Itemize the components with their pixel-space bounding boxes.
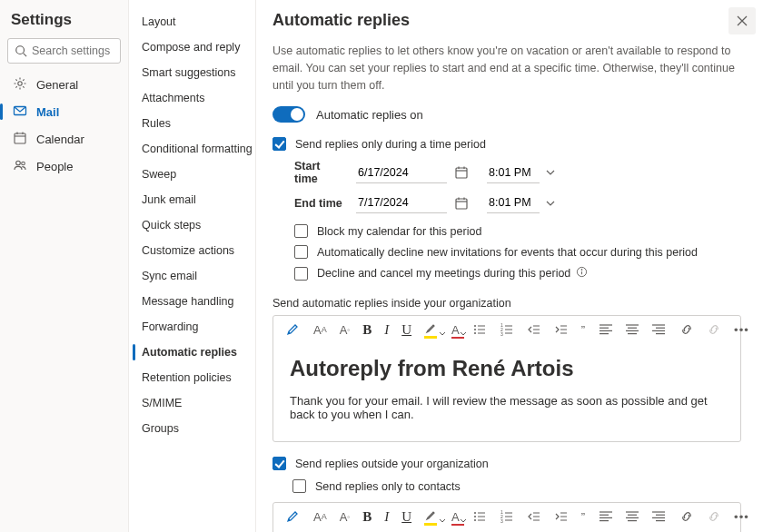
chevron-down-icon[interactable] <box>545 198 556 209</box>
section-item-compose-and-reply[interactable]: Compose and reply <box>133 34 252 60</box>
italic-icon[interactable]: I <box>384 321 389 338</box>
section-item-customize-actions[interactable]: Customize actions <box>133 238 252 263</box>
align-left-icon[interactable] <box>598 508 612 525</box>
indent-icon[interactable] <box>554 321 569 338</box>
people-icon <box>13 158 36 175</box>
highlight-color-icon[interactable] <box>424 508 439 525</box>
section-item-conditional-formatting[interactable]: Conditional formatting <box>133 136 252 162</box>
svg-line-1 <box>24 54 27 57</box>
sub-option-checkbox-0[interactable] <box>294 224 308 238</box>
section-item-forwarding[interactable]: Forwarding <box>133 314 252 340</box>
unlink-icon[interactable] <box>707 321 721 338</box>
font-size-icon[interactable]: A◦ <box>340 321 351 338</box>
editor-toolbar: AAA◦BIUA123”••• <box>273 316 740 343</box>
highlighter-icon[interactable] <box>286 321 301 338</box>
section-item-automatic-replies[interactable]: Automatic replies <box>133 340 252 365</box>
bullet-list-icon[interactable] <box>472 508 487 525</box>
section-item-message-handling[interactable]: Message handling <box>133 289 252 314</box>
contacts-only-checkbox[interactable] <box>292 479 306 493</box>
search-icon <box>15 44 27 57</box>
section-item-s-mime[interactable]: S/MIME <box>133 390 252 416</box>
settings-sidebar: Settings GeneralMailCalendarPeople <box>0 0 129 532</box>
sidebar-item-calendar[interactable]: Calendar <box>7 125 121 153</box>
sidebar-item-label: People <box>36 160 73 173</box>
section-item-sync-email[interactable]: Sync email <box>133 263 252 289</box>
time-period-checkbox[interactable] <box>272 137 286 151</box>
align-left-icon[interactable] <box>598 321 612 338</box>
time-period-label: Send replies only during a time period <box>295 138 486 151</box>
page-description: Use automatic replies to let others know… <box>272 43 741 94</box>
section-item-junk-email[interactable]: Junk email <box>133 187 252 212</box>
link-icon[interactable] <box>679 321 694 338</box>
align-right-icon[interactable] <box>652 508 667 525</box>
section-item-rules[interactable]: Rules <box>133 111 252 136</box>
inside-org-editor: AAA◦BIUA123”••• Autoreply from René Arto… <box>272 315 741 442</box>
font-size-icon[interactable]: A◦ <box>340 508 351 525</box>
end-time-input[interactable] <box>487 192 540 213</box>
section-item-attachments[interactable]: Attachments <box>133 85 252 111</box>
font-color-icon[interactable]: A <box>451 508 460 525</box>
bold-icon[interactable]: B <box>362 508 372 525</box>
font-case-icon[interactable]: AA <box>313 321 327 338</box>
section-item-retention-policies[interactable]: Retention policies <box>133 365 252 390</box>
more-icon[interactable]: ••• <box>734 508 749 525</box>
highlighter-icon[interactable] <box>286 508 301 525</box>
underline-icon[interactable]: U <box>401 508 411 525</box>
chevron-down-icon[interactable] <box>545 167 556 178</box>
align-center-icon[interactable] <box>625 321 639 338</box>
sidebar-item-mail[interactable]: Mail <box>7 98 121 125</box>
number-list-icon[interactable]: 123 <box>500 508 514 525</box>
bullet-list-icon[interactable] <box>472 321 487 338</box>
auto-replies-toggle[interactable] <box>272 106 305 123</box>
sub-option-checkbox-1[interactable] <box>294 245 308 259</box>
svg-point-2 <box>18 81 22 84</box>
section-item-quick-steps[interactable]: Quick steps <box>133 212 252 238</box>
bold-icon[interactable]: B <box>362 321 372 338</box>
quote-icon[interactable]: ” <box>581 508 585 525</box>
svg-point-54 <box>474 516 476 517</box>
outside-org-checkbox[interactable] <box>272 457 286 470</box>
section-item-groups[interactable]: Groups <box>133 416 252 441</box>
font-color-icon[interactable]: A <box>451 321 460 338</box>
underline-icon[interactable]: U <box>401 321 411 338</box>
more-icon[interactable]: ••• <box>734 321 749 338</box>
page-title: Automatic replies <box>272 11 741 30</box>
mail-icon <box>13 103 36 121</box>
gear-icon <box>13 76 36 94</box>
editor-paragraph[interactable]: Thank you for your email. I will review … <box>290 394 724 421</box>
link-icon[interactable] <box>679 508 694 525</box>
sidebar-item-people[interactable]: People <box>7 153 121 180</box>
close-button[interactable] <box>728 7 756 34</box>
svg-rect-4 <box>15 133 25 143</box>
highlight-color-icon[interactable] <box>424 321 439 338</box>
section-item-sweep[interactable]: Sweep <box>133 162 252 187</box>
font-case-icon[interactable]: AA <box>313 508 327 525</box>
end-date-input[interactable] <box>356 192 447 213</box>
unlink-icon[interactable] <box>707 508 721 525</box>
sidebar-item-general[interactable]: General <box>7 71 121 98</box>
editor-body[interactable]: Autoreply from René Artois Thank you for… <box>273 343 740 441</box>
sub-option-checkbox-2[interactable] <box>294 267 308 281</box>
calendar-icon[interactable] <box>454 165 469 180</box>
search-container <box>7 38 121 64</box>
info-icon[interactable] <box>576 266 588 281</box>
editor-heading[interactable]: Autoreply from René Artois <box>290 356 724 381</box>
start-time-input[interactable] <box>487 163 540 183</box>
align-center-icon[interactable] <box>625 508 639 525</box>
end-time-label: End time <box>294 197 345 210</box>
number-list-icon[interactable]: 123 <box>500 321 514 338</box>
calendar-icon <box>13 131 36 148</box>
svg-point-8 <box>16 161 21 165</box>
italic-icon[interactable]: I <box>384 508 389 525</box>
outdent-icon[interactable] <box>527 321 541 338</box>
main-panel: Automatic replies Use automatic replies … <box>256 0 763 532</box>
quote-icon[interactable]: ” <box>581 321 585 338</box>
svg-text:3: 3 <box>500 518 503 524</box>
outdent-icon[interactable] <box>527 508 541 525</box>
section-item-layout[interactable]: Layout <box>133 9 252 34</box>
indent-icon[interactable] <box>554 508 569 525</box>
start-date-input[interactable] <box>356 163 447 183</box>
section-item-smart-suggestions[interactable]: Smart suggestions <box>133 60 252 85</box>
calendar-icon[interactable] <box>454 196 469 211</box>
align-right-icon[interactable] <box>652 321 667 338</box>
